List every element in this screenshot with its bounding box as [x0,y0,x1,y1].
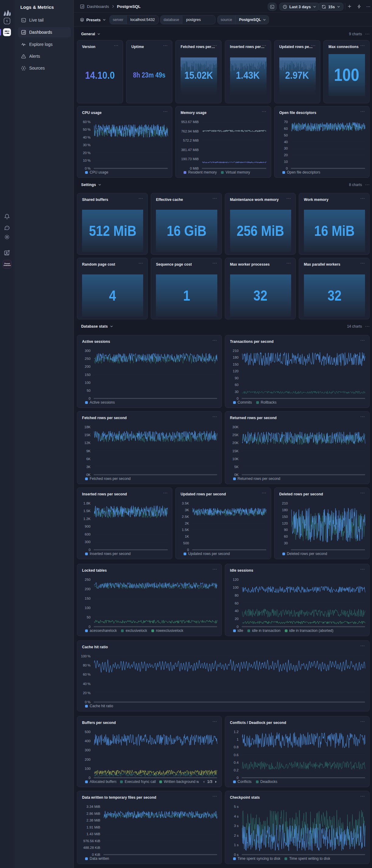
svg-text:900: 900 [85,525,91,528]
svg-text:40 %: 40 % [83,682,91,686]
svg-text:60 %: 60 % [83,120,91,124]
svg-text:3K: 3K [86,465,91,469]
svg-text:5K: 5K [234,465,238,469]
svg-text:1.8K: 1.8K [83,501,91,505]
svg-text:4 s: 4 s [234,814,239,818]
svg-text:15K: 15K [232,449,239,453]
svg-text:10K: 10K [232,457,239,461]
svg-text:0 s: 0 s [234,853,239,857]
svg-text:1.91 MiB: 1.91 MiB [87,826,101,829]
svg-text:0.2: 0.2 [234,768,239,772]
svg-text:90: 90 [235,376,239,380]
svg-text:2.38 MiB: 2.38 MiB [87,818,101,822]
svg-text:381.47 MiB: 381.47 MiB [181,148,199,152]
svg-text:2.5K: 2.5K [182,515,189,519]
svg-text:150: 150 [85,597,91,600]
svg-text:100: 100 [85,767,91,770]
svg-text:1 s: 1 s [234,843,239,847]
svg-text:150: 150 [85,373,91,377]
svg-text:30: 30 [235,390,239,394]
svg-text:10: 10 [284,160,288,163]
svg-text:400: 400 [85,739,91,743]
svg-text:2 s: 2 s [234,834,239,837]
svg-text:953.67 MiB: 953.67 MiB [181,120,199,124]
svg-text:0 %: 0 % [85,700,91,704]
svg-text:20K: 20K [232,441,239,445]
svg-text:1.5K: 1.5K [182,528,189,532]
svg-text:180: 180 [232,355,238,359]
svg-text:2K: 2K [185,522,189,525]
svg-text:300: 300 [85,540,91,544]
svg-text:20 %: 20 % [83,151,91,155]
svg-text:120: 120 [232,578,238,581]
svg-text:200: 200 [85,758,91,761]
svg-text:0: 0 [89,397,91,400]
svg-text:0 %: 0 % [85,166,91,170]
svg-text:0: 0 [89,625,91,628]
svg-text:120: 120 [282,522,287,525]
svg-text:100: 100 [232,586,238,589]
svg-text:1.2K: 1.2K [83,517,91,521]
svg-text:250: 250 [85,357,91,361]
svg-text:15K: 15K [85,433,91,437]
svg-text:20 %: 20 % [83,691,91,695]
svg-text:0: 0 [89,776,91,780]
svg-text:500: 500 [85,730,91,734]
svg-text:20: 20 [235,617,239,621]
svg-text:150: 150 [282,515,287,519]
svg-text:50 %: 50 % [83,128,91,132]
svg-text:100: 100 [85,606,91,610]
svg-text:0: 0 [187,548,189,552]
svg-text:200: 200 [85,587,91,591]
svg-text:80 %: 80 % [83,663,91,667]
svg-text:50: 50 [87,389,91,392]
svg-text:10 %: 10 % [83,159,91,162]
svg-text:30: 30 [284,541,288,545]
svg-text:0.8: 0.8 [234,745,239,749]
svg-text:3.5K: 3.5K [182,501,189,505]
svg-text:0.4: 0.4 [234,761,239,764]
svg-text:190.73 MiB: 190.73 MiB [181,157,199,161]
svg-text:180: 180 [282,508,287,512]
svg-text:250: 250 [85,578,91,581]
svg-text:300: 300 [85,349,91,352]
svg-text:3K: 3K [185,508,189,512]
svg-text:30: 30 [284,147,288,150]
svg-text:572.2 MiB: 572.2 MiB [183,138,199,142]
svg-text:1K: 1K [185,535,189,538]
svg-text:300: 300 [85,748,91,752]
svg-text:80: 80 [235,594,239,597]
svg-text:0: 0 [89,548,91,552]
svg-text:100 %: 100 % [81,654,91,658]
svg-text:3 s: 3 s [234,824,239,828]
svg-text:150: 150 [232,363,238,366]
svg-text:1.5K: 1.5K [83,509,91,513]
svg-text:60: 60 [284,535,288,538]
svg-text:50: 50 [87,615,91,619]
svg-text:0: 0 [237,776,238,780]
svg-text:200: 200 [85,365,91,368]
svg-text:1.43 MiB: 1.43 MiB [87,832,101,836]
svg-text:60: 60 [235,383,239,386]
svg-text:0.6: 0.6 [234,753,239,757]
svg-text:100: 100 [85,381,91,384]
svg-text:3.34 MiB: 3.34 MiB [87,805,101,808]
svg-text:40: 40 [235,609,239,613]
svg-text:60 %: 60 % [83,673,91,676]
svg-text:1: 1 [237,738,238,741]
svg-text:40: 40 [284,140,288,144]
svg-text:12K: 12K [85,441,91,445]
svg-text:5 s: 5 s [234,805,239,808]
svg-text:90: 90 [284,528,288,532]
svg-text:9K: 9K [86,449,91,453]
svg-text:210: 210 [282,501,287,505]
svg-text:0: 0 [286,166,287,170]
svg-text:60: 60 [235,601,239,605]
svg-text:500: 500 [183,541,189,545]
svg-text:1.2: 1.2 [234,730,239,734]
svg-text:976.56 KiB: 976.56 KiB [83,839,101,843]
svg-text:600: 600 [85,532,91,536]
svg-text:30 %: 30 % [83,143,91,147]
svg-text:0 KiB: 0 KiB [92,853,101,857]
svg-text:0: 0 [237,397,238,400]
